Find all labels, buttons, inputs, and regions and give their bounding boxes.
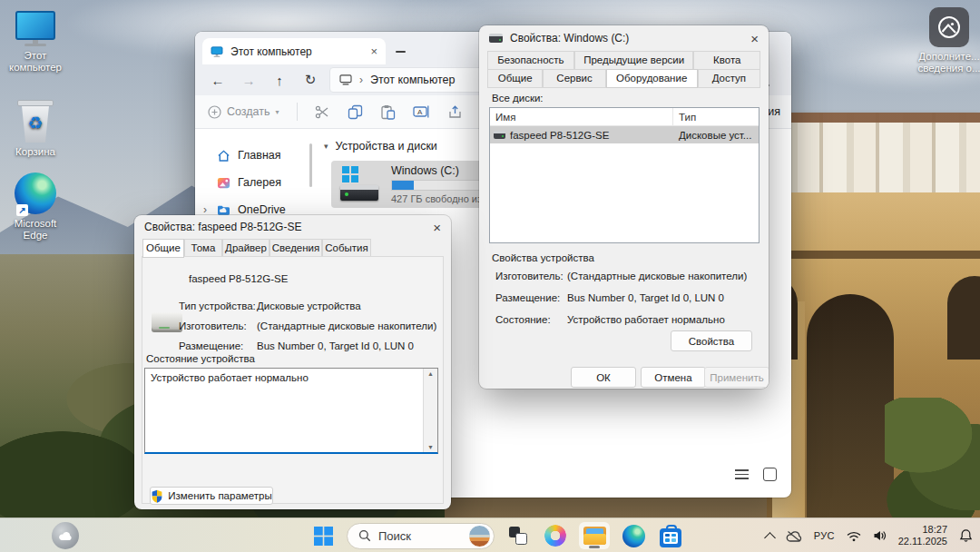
cut-button[interactable] [315,104,330,120]
change-settings-label: Изменить параметры [168,490,271,501]
field-status: Состояние: Устройство работает нормально [495,314,725,325]
desktop-icon-recycle-bin[interactable]: ♻ Корзина [0,100,74,158]
device-status-text: Устройство работает нормально [145,369,423,452]
tab-tools[interactable]: Сервис [543,69,605,88]
dialog-title-bar: Свойства: faspeed P8-512G-SE × [134,215,451,239]
tab-driver[interactable]: Драйвер [222,239,270,258]
explorer-tab[interactable]: Этот компьютер × [202,38,386,64]
search-placeholder: Поиск [378,529,461,543]
wifi-icon[interactable] [847,530,861,542]
tab-quota[interactable]: Квота [693,51,760,70]
file-explorer-taskbar-button[interactable] [579,522,610,549]
desktop-icon-label: Этот компьютер [4,50,67,74]
copy-button[interactable] [348,104,363,120]
copilot-icon [544,525,566,547]
copilot-button[interactable] [542,522,569,549]
scrollbar[interactable]: ▲ ▼ [423,369,437,452]
onedrive-tray-icon[interactable] [786,530,802,542]
grid-view-icon[interactable] [763,468,777,481]
tab-general[interactable]: Общие [142,239,184,258]
field-manufacturer: Изготовитель: (Стандартные дисковые нако… [495,271,747,281]
tab-details[interactable]: Сведения [270,239,322,258]
gallery-icon [217,176,230,190]
scroll-up-icon[interactable]: ▲ [427,370,434,377]
new-button[interactable]: Создать ▾ [208,105,279,119]
ok-button[interactable]: ОК [571,367,636,388]
desktop-icon-picture-info[interactable]: Дополните... сведения о... [913,7,980,74]
rename-button[interactable]: A [413,104,430,119]
sidebar-item-gallery[interactable]: Галерея [195,169,315,196]
tab-close-icon[interactable]: × [370,45,377,57]
disk-row[interactable]: faspeed P8-512G-SE Дисковые уст... [490,126,759,143]
chevron-right-icon: › [359,74,363,86]
share-button[interactable] [447,104,463,120]
apply-button[interactable]: Применить [704,367,769,388]
search-highlight-image[interactable] [468,525,491,547]
close-icon[interactable]: × [433,221,441,234]
taskbar-clock[interactable]: 18:27 22.11.2025 [898,524,947,547]
dialog-title: Свойства: Windows (C:) [510,32,743,44]
sidebar-scrollbar[interactable] [309,143,312,187]
new-button-label: Создать [227,105,270,118]
hard-drive-icon [340,166,380,202]
desktop-icon-this-pc[interactable]: Этот компьютер [0,11,74,74]
this-pc-icon [0,11,74,46]
store-taskbar-button[interactable] [657,522,684,549]
chevron-down-icon: ▾ [276,108,279,116]
forward-button[interactable]: → [237,73,260,88]
scroll-down-icon[interactable]: ▼ [427,444,434,450]
date: 22.11.2025 [898,536,947,547]
tab-previous-versions[interactable]: Предыдущие версии [574,51,694,70]
drive-usage-fill [392,181,414,190]
change-settings-button[interactable]: Изменить параметры [150,487,273,505]
tab-sharing[interactable]: Доступ [698,69,760,88]
monitor-icon [211,46,223,57]
tab-volumes[interactable]: Тома [184,239,222,258]
taskbar-search[interactable]: Поиск [347,523,495,549]
tab-events[interactable]: События [322,239,371,258]
shortcut-arrow-icon: ↗ [16,204,28,216]
refresh-button[interactable]: ↻ [299,72,322,88]
desktop-icon-label-line1: Дополните... [913,51,980,63]
drive-icon [489,34,503,43]
new-tab-button[interactable] [396,51,406,53]
paste-button[interactable] [380,104,396,120]
hidden-icons-chevron[interactable] [764,532,776,544]
cancel-button[interactable]: Отмена [641,367,706,388]
time: 18:27 [898,524,947,536]
wallpaper-village [767,113,980,200]
edge-taskbar-button[interactable] [620,522,647,549]
disk-type: Дисковые уст... [672,130,759,141]
close-icon[interactable]: × [750,32,759,45]
sidebar-item-label: Главная [238,149,281,162]
field-value: Bus Number 0, Target Id 0, LUN 0 [567,292,724,303]
tab-general[interactable]: Общие [487,69,543,88]
taskbar: Поиск РУС 18:27 22.11.2025 [0,518,980,552]
desktop-icon-label: Microsoft Edge [4,218,67,242]
active-app-indicator [589,546,600,548]
column-type[interactable]: Тип [672,108,759,125]
back-button[interactable]: ← [206,73,230,88]
disks-list[interactable]: Имя Тип faspeed P8-512G-SE Дисковые уст.… [489,107,760,243]
widgets-button[interactable] [52,522,79,549]
start-button[interactable] [309,522,337,549]
desktop-icon-edge[interactable]: ↗ Microsoft Edge [0,172,74,242]
properties-button[interactable]: Свойства [671,330,752,351]
tab-row-2: Общие Сервис Оборудование Доступ [479,70,769,88]
column-name[interactable]: Имя [490,112,672,123]
tab-security[interactable]: Безопасность [487,51,574,70]
chevron-right-icon[interactable]: › [203,203,207,216]
task-view-icon [507,525,529,547]
device-status-textarea[interactable]: Устройство работает нормально ▲ ▼ [144,368,438,454]
field-location: Размещение: Bus Number 0, Target Id 0, L… [495,292,724,303]
uac-shield-icon [151,489,163,503]
all-disks-label: Все диски: [492,93,544,104]
list-view-icon[interactable] [735,469,749,479]
task-view-button[interactable] [505,522,532,549]
up-button[interactable]: ↑ [268,73,291,88]
notifications-bell-icon[interactable] [959,528,973,543]
language-indicator[interactable]: РУС [814,530,835,541]
volume-icon[interactable] [873,529,887,542]
sidebar-item-home[interactable]: Главная [195,142,315,169]
tab-hardware[interactable]: Оборудование [606,69,698,88]
